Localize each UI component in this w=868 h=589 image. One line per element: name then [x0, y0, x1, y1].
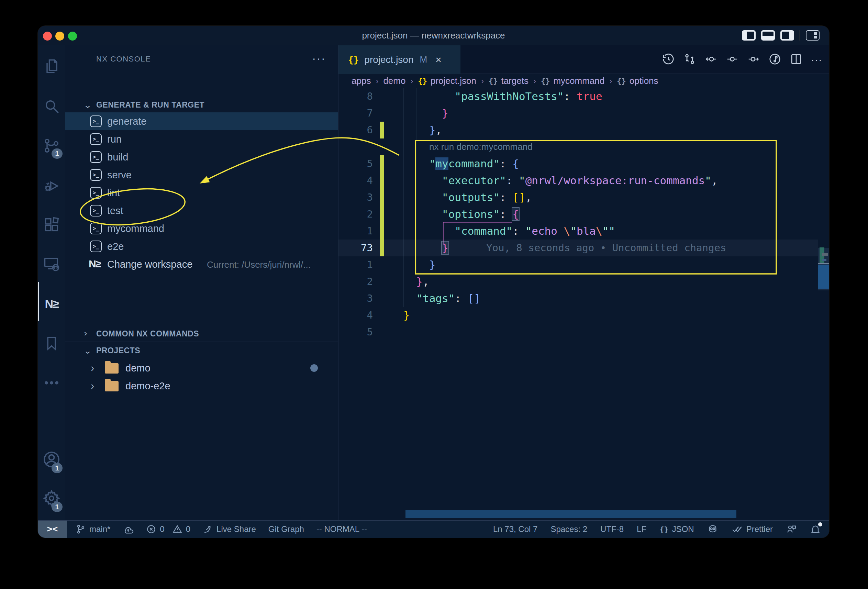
extensions-icon[interactable]	[38, 208, 65, 241]
git-branch-status[interactable]: main*	[75, 524, 110, 534]
editor-group: {} project.json M × ··· apps › demo › {}	[338, 45, 829, 520]
terminal-icon: >_	[90, 205, 102, 217]
notifications-bell-icon[interactable]	[810, 524, 821, 535]
copilot-status-icon[interactable]	[707, 524, 718, 535]
prettier-status[interactable]: Prettier	[731, 523, 773, 535]
terminal-icon: >_	[90, 169, 102, 181]
git-blame-annotation: You, 8 seconds ago • Uncommitted changes	[486, 239, 726, 256]
sidebar-nx-console: NX CONSOLE ··· ⌄ GENERATE & RUN TARGET >…	[65, 45, 338, 520]
toggle-sidebar-icon[interactable]	[742, 30, 756, 41]
vim-mode-status: -- NORMAL --	[316, 524, 367, 534]
account-icon[interactable]: 1	[38, 443, 65, 476]
sidebar-item-change-workspace[interactable]: N≥ Change workspace Current: /Users/juri…	[65, 255, 338, 273]
breadcrumb-item[interactable]: options	[629, 75, 658, 86]
sidebar-item-run[interactable]: >_ run	[65, 130, 338, 148]
horizontal-scrollbar[interactable]	[406, 510, 737, 518]
git-compare-icon[interactable]	[683, 53, 696, 67]
breadcrumb-item[interactable]: apps	[351, 75, 371, 86]
previous-change-icon[interactable]	[704, 53, 717, 67]
sidebar-item-serve[interactable]: >_ serve	[65, 166, 338, 184]
json-object-icon: {}	[418, 77, 427, 85]
terminal-icon: >_	[90, 133, 102, 145]
section-projects[interactable]: ⌄ PROJECTS	[65, 342, 338, 358]
chevron-down-icon: ⌄	[84, 100, 92, 110]
bookmarks-icon[interactable]	[38, 327, 65, 360]
nx-icon: N≥	[89, 258, 100, 270]
terminal-icon: >_	[90, 187, 102, 199]
activity-bar: 1 N≥ 1 1	[38, 45, 65, 520]
vscode-window: project.json — newnxreactwrkspace 1	[38, 26, 829, 538]
git-graph-status[interactable]: Git Graph	[269, 524, 304, 534]
chevron-right-icon[interactable]: ›	[91, 379, 94, 392]
toggle-secondary-sidebar-icon[interactable]	[780, 30, 794, 41]
sidebar-item-build[interactable]: >_ build	[65, 148, 338, 166]
modified-indicator: M	[420, 54, 428, 65]
scm-badge: 1	[52, 148, 62, 159]
sidebar-more-actions-icon[interactable]: ···	[312, 45, 326, 73]
split-editor-icon[interactable]	[790, 53, 803, 67]
explorer-icon[interactable]	[38, 50, 65, 83]
more-views-icon[interactable]	[38, 366, 65, 399]
eol-status[interactable]: LF	[637, 524, 647, 534]
live-share-status[interactable]: Live Share	[203, 524, 256, 534]
json-file-icon: {}	[348, 55, 359, 65]
project-item-demo[interactable]: › demo	[65, 359, 338, 377]
problems-status[interactable]: 0 0	[146, 524, 190, 534]
codelens-run-command[interactable]: nx run demo:mycommand	[429, 139, 533, 155]
cursor-position-status[interactable]: Ln 73, Col 7	[493, 524, 537, 534]
open-timeline-icon[interactable]	[768, 53, 781, 67]
sidebar-item-mycommand[interactable]: >_ mycommand	[65, 220, 338, 238]
settings-icon[interactable]: 1	[38, 482, 65, 515]
tab-project-json[interactable]: {} project.json M ×	[338, 45, 461, 74]
terminal-icon: >_	[90, 241, 102, 252]
json-object-icon: {}	[541, 77, 550, 85]
run-debug-icon[interactable]	[38, 169, 65, 202]
breadcrumb-item[interactable]: project.json	[431, 75, 476, 86]
remote-explorer-icon[interactable]	[38, 248, 65, 281]
customize-layout-icon[interactable]	[806, 30, 819, 41]
project-item-demo-e2e[interactable]: › demo-e2e	[65, 377, 338, 395]
next-change-icon[interactable]	[747, 53, 760, 67]
project-status-dot	[310, 364, 318, 372]
sidebar-title: NX CONSOLE	[96, 45, 151, 73]
encoding-status[interactable]: UTF-8	[600, 524, 624, 534]
json-object-icon: {}	[617, 77, 626, 85]
divider	[800, 30, 800, 41]
json-object-icon: {}	[489, 77, 498, 85]
minimap[interactable]	[818, 88, 829, 520]
close-tab-icon[interactable]: ×	[435, 54, 441, 66]
language-mode-status[interactable]: {}JSON	[660, 524, 694, 534]
change-icon[interactable]	[726, 53, 739, 67]
indentation-status[interactable]: Spaces: 2	[551, 524, 587, 534]
breadcrumb: apps › demo › {} project.json › {} targe…	[338, 74, 829, 88]
breadcrumb-item[interactable]: mycommand	[553, 75, 604, 86]
breadcrumb-item[interactable]: targets	[501, 75, 528, 86]
folder-icon	[105, 381, 118, 391]
folder-icon	[105, 363, 118, 373]
terminal-icon: >_	[90, 151, 102, 163]
toggle-panel-icon[interactable]	[761, 30, 775, 41]
code-editor[interactable]: 8 "passWithNoTests": true 7 } 6 }, nx ru…	[338, 88, 829, 520]
sidebar-item-e2e[interactable]: >_ e2e	[65, 238, 338, 255]
window-title: project.json — newnxreactwrkspace	[38, 26, 829, 45]
section-generate-run-target[interactable]: ⌄ GENERATE & RUN TARGET	[65, 96, 338, 112]
search-icon[interactable]	[38, 90, 65, 123]
more-actions-icon[interactable]: ···	[811, 54, 822, 66]
title-bar: project.json — newnxreactwrkspace	[38, 26, 829, 45]
section-common-nx-commands[interactable]: › COMMON NX COMMANDS	[65, 325, 338, 341]
chevron-right-icon[interactable]: ›	[91, 362, 94, 374]
source-control-icon[interactable]: 1	[38, 129, 65, 162]
feedback-icon[interactable]	[786, 524, 797, 535]
timeline-icon[interactable]	[662, 53, 675, 67]
sidebar-item-test[interactable]: >_ test	[65, 202, 338, 220]
sidebar-item-generate[interactable]: >_ generate	[65, 112, 338, 130]
account-badge: 1	[52, 463, 62, 473]
sidebar-item-lint[interactable]: >_ lint	[65, 184, 338, 202]
nx-console-icon[interactable]: N≥	[38, 287, 65, 320]
remote-indicator[interactable]: ><	[38, 521, 67, 538]
tab-bar: {} project.json M × ···	[338, 45, 829, 74]
current-workspace-path: Current: /Users/juri/nrwl/...	[207, 260, 311, 270]
breadcrumb-item[interactable]: demo	[383, 75, 406, 86]
sync-status[interactable]	[123, 524, 134, 535]
terminal-icon: >_	[90, 223, 102, 234]
